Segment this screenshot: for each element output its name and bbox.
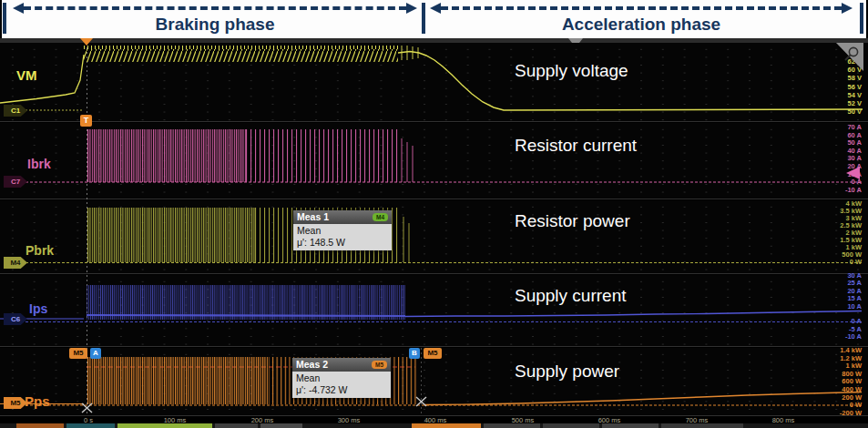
scale-label: 0 W [792, 259, 862, 266]
m5-badge-right[interactable]: M5 [424, 348, 442, 359]
status-segment[interactable] [543, 423, 599, 428]
scale-column-vm: 62 V60 V58 V56 V54 V52 V50 V [792, 57, 862, 116]
measurement-stat: Mean [297, 225, 388, 237]
banner-divider [3, 3, 6, 34]
status-segment[interactable] [66, 423, 115, 428]
slice-divider [0, 121, 868, 122]
measurement-source-badge: M4 [373, 213, 388, 221]
banner-divider [422, 3, 425, 34]
scale-label: -10 A [792, 187, 862, 195]
status-segment[interactable] [260, 423, 302, 428]
measurement-source-badge: M5 [372, 361, 387, 369]
waveform-slice-ibrk [0, 123, 868, 199]
cursor-b-badge[interactable]: B [409, 348, 420, 359]
arrow-right-icon [842, 3, 853, 14]
scale-label: 10 A [792, 303, 862, 311]
annotation-supply-voltage: Supply voltage [515, 61, 628, 81]
acceleration-arrow [430, 3, 853, 14]
scale-column-ips: 30 A25 A20 A15 A10 A 0 A-5 A-10 A [792, 272, 862, 341]
measurement-value: μ': -4.732 W [296, 384, 387, 396]
trace-label-ips: Ips [29, 301, 47, 316]
scale-label: 52 V [792, 99, 862, 107]
status-bar [0, 423, 868, 428]
measurement-box-2[interactable]: M5Meas 2 Mean μ': -4.732 W [292, 358, 391, 398]
m5-badge-left[interactable]: M5 [69, 348, 87, 359]
arrow-dash-line [24, 6, 406, 10]
trace-label-pps: Pps [25, 393, 50, 409]
annotation-resistor-power: Resistor power [515, 211, 630, 231]
trigger-badge[interactable]: T [80, 115, 92, 127]
slice-divider [0, 346, 868, 347]
braking-phase-label: Braking phase [13, 15, 417, 35]
annotation-resistor-current: Resistor current [515, 136, 637, 156]
cursor-a-badge[interactable]: A [90, 348, 101, 359]
status-segment[interactable] [602, 423, 659, 428]
scale-label: 58 V [792, 74, 862, 82]
scale-label: -10 A [792, 333, 862, 341]
status-segment[interactable] [484, 423, 540, 428]
status-segment[interactable] [412, 423, 481, 428]
time-axis: 0 s100 ms200 ms300 ms400 ms500 ms600 ms7… [0, 415, 868, 423]
scale-label: 62 V [792, 57, 862, 66]
slice-divider [0, 273, 868, 274]
acceleration-phase-label: Acceleration phase [430, 15, 853, 35]
arrow-dash-line [441, 6, 842, 10]
waveform-slice-pbrk [0, 200, 868, 273]
trace-label-vm: VM [16, 67, 37, 83]
measurement-title: Meas 1 [297, 211, 329, 222]
trace-label-pbrk: Pbrk [26, 243, 54, 258]
status-segment[interactable] [215, 423, 258, 428]
status-segment[interactable] [661, 423, 743, 428]
annotation-supply-power: Supply power [515, 362, 619, 382]
status-segment[interactable] [117, 423, 212, 428]
braking-arrow [13, 3, 417, 14]
scale-label: 56 V [792, 83, 862, 91]
annotation-banner: Braking phase Acceleration phase [2, 0, 866, 38]
arrow-right-icon [406, 3, 417, 14]
scale-column-ibrk: 70 A60 A50 A40 A30 A20 A10 A0 A-10 A [792, 124, 862, 194]
waveform-slice-vm [0, 43, 868, 121]
trace-label-ibrk: Ibrk [27, 157, 51, 171]
measurement-title: Meas 2 [296, 359, 328, 370]
waveform-slice-ips [0, 275, 868, 346]
arrow-left-icon [13, 3, 24, 14]
measurement-stat: Mean [296, 372, 387, 384]
arrow-left-icon [430, 3, 441, 14]
measurement-box-1[interactable]: M4Meas 1 Mean μ': 148.5 W [293, 210, 392, 250]
scale-column-pbrk: 4 kW3.5 kW3 kW2.5 kW2 kW1.5 kW1 kW500 W0… [792, 200, 862, 266]
banner-divider [860, 3, 863, 34]
scale-label: 60 V [792, 66, 862, 74]
scale-column-pps: 1.4 kW1.2 kW1 kW800 W600 W400 W200 W0 W-… [792, 347, 862, 417]
oscilloscope-screen: 62 V60 V58 V56 V54 V52 V50 V 70 A60 A50 … [0, 0, 868, 428]
status-segment[interactable] [16, 423, 64, 428]
scale-label: 50 V [792, 107, 862, 116]
slice-divider [0, 199, 868, 199]
annotation-supply-current: Supply current [515, 286, 627, 306]
scale-label: 54 V [792, 91, 862, 99]
measurement-value: μ': 148.5 W [297, 237, 388, 249]
